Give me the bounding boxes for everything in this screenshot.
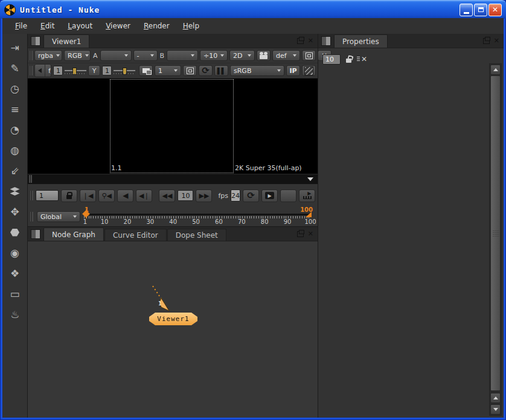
close-panel-icon[interactable]: ✕: [308, 37, 313, 44]
tab-dope-sheet[interactable]: Dope Sheet: [167, 229, 226, 241]
tool-threed-button[interactable]: [2, 222, 27, 243]
row-grip[interactable]: [30, 51, 33, 60]
row-grip[interactable]: [30, 191, 33, 200]
unlock-icon[interactable]: [346, 59, 351, 63]
update-button[interactable]: ⟳: [199, 65, 213, 76]
frame-range-mode-dropdown[interactable]: Global: [37, 211, 80, 222]
tab-properties[interactable]: Properties: [334, 34, 388, 48]
fstop-control[interactable]: f/8: [34, 64, 51, 77]
out-point-marker[interactable]: [306, 212, 312, 217]
flipbook-button[interactable]: [299, 189, 315, 202]
gain-slider[interactable]: [65, 66, 86, 75]
display-window-button[interactable]: [139, 65, 153, 76]
menu-edit[interactable]: Edit: [34, 19, 61, 33]
current-frame-field[interactable]: 1: [36, 190, 59, 201]
roi-button[interactable]: [302, 50, 316, 61]
float-panel-icon[interactable]: [297, 231, 304, 237]
scroll-down-button[interactable]: [490, 404, 501, 415]
fstop-decrement[interactable]: [35, 65, 45, 77]
close-panel-icon[interactable]: ✕: [494, 37, 499, 44]
pane-menu-icon[interactable]: [31, 36, 40, 46]
clip-warning-button[interactable]: [183, 65, 197, 76]
step-back-button[interactable]: ◀❘: [136, 189, 152, 202]
tool-filter-button[interactable]: ◍: [2, 140, 27, 161]
close-panel-icon[interactable]: ✕: [308, 231, 313, 237]
tool-color-button[interactable]: ◔: [2, 119, 27, 140]
node-graph-canvas[interactable]: 1 Viewer1: [28, 241, 318, 418]
render-camera-button[interactable]: [257, 50, 271, 61]
panel-limit-field[interactable]: 10: [322, 54, 341, 65]
frame-increment-field[interactable]: 10: [178, 190, 193, 201]
gain-value-field[interactable]: 1: [53, 66, 63, 75]
row-grip[interactable]: [30, 66, 33, 75]
view-mode-dropdown[interactable]: 2D: [229, 50, 255, 61]
tool-merge-button[interactable]: [2, 181, 27, 202]
b-buffer-dropdown[interactable]: [167, 50, 198, 61]
gamma-toggle-button[interactable]: Y: [88, 65, 100, 76]
menu-help[interactable]: Help: [176, 19, 206, 33]
lock-range-button[interactable]: [61, 189, 77, 202]
downrez-dropdown[interactable]: 1: [155, 65, 181, 76]
gamma-slider[interactable]: [114, 66, 135, 75]
minimize-button[interactable]: [460, 4, 473, 16]
tool-keyer-button[interactable]: ⇙: [2, 161, 27, 181]
pause-button[interactable]: ▌▌: [214, 65, 228, 76]
menu-render[interactable]: Render: [137, 19, 176, 33]
a-buffer-dropdown[interactable]: [100, 50, 132, 61]
gain-slider-handle[interactable]: [72, 68, 77, 75]
viewer-lut-dropdown[interactable]: sRGB: [230, 65, 284, 76]
tool-furnace-button[interactable]: ♨: [2, 304, 27, 325]
pane-menu-icon[interactable]: [321, 36, 331, 46]
float-panel-icon[interactable]: [483, 38, 490, 44]
strip-grip[interactable]: [29, 175, 32, 183]
chevron-down-icon[interactable]: [307, 177, 313, 181]
float-panel-icon[interactable]: [297, 38, 304, 44]
loop-mode-button[interactable]: ⟳: [243, 189, 259, 202]
scroll-up-button-2[interactable]: [490, 393, 501, 403]
tool-transform-button[interactable]: ✥: [2, 202, 27, 222]
scroll-up-button[interactable]: [490, 65, 501, 75]
menu-layout[interactable]: Layout: [61, 19, 99, 33]
blend-mode-dropdown[interactable]: -: [133, 50, 158, 61]
viewer-process-dropdown[interactable]: def: [272, 50, 300, 61]
tool-image-button[interactable]: ⇥: [2, 37, 27, 58]
tool-views-button[interactable]: ◉: [2, 243, 27, 263]
tool-metadata-button[interactable]: ❖: [2, 263, 27, 284]
checkerboard-button[interactable]: [302, 65, 316, 76]
blank-button[interactable]: [280, 189, 296, 202]
tool-channel-button[interactable]: ≡: [2, 99, 27, 119]
scrollbar-thumb[interactable]: [490, 75, 501, 391]
gamma-slider-handle[interactable]: [123, 68, 127, 75]
tab-curve-editor[interactable]: Curve Editor: [104, 229, 167, 241]
tab-viewer1[interactable]: Viewer1: [43, 34, 89, 48]
maximize-button[interactable]: [474, 4, 487, 16]
pane-menu-icon[interactable]: [31, 229, 40, 239]
prev-keyframe-button[interactable]: ⚲◀: [98, 189, 115, 202]
menu-file[interactable]: File: [8, 19, 34, 33]
ruler-track[interactable]: [84, 214, 310, 215]
input-process-button[interactable]: IP: [286, 65, 300, 76]
back-increment-button[interactable]: ◀◀: [159, 189, 175, 202]
viewer-viewport[interactable]: 1.1 2K Super 35(full-ap): [28, 78, 318, 174]
gamma-value-field[interactable]: 1: [102, 66, 112, 75]
close-all-panels-icon[interactable]: ✕: [357, 56, 367, 63]
title-bar[interactable]: Untitled - Nuke ✕: [0, 0, 506, 19]
goto-start-button[interactable]: ❘◀: [80, 189, 96, 202]
tab-node-graph[interactable]: Node Graph: [43, 228, 104, 241]
tool-other-button[interactable]: ▭: [2, 284, 27, 304]
play-forward-button[interactable]: ▶: [261, 189, 278, 202]
timeline-ruler[interactable]: 1102030405060708090100 1 100: [84, 208, 310, 225]
close-button[interactable]: ✕: [488, 4, 502, 16]
row-grip[interactable]: [30, 212, 33, 221]
display-style-dropdown[interactable]: RGB: [64, 50, 91, 61]
gain-preset-dropdown[interactable]: ÷10: [200, 50, 228, 61]
play-backward-button[interactable]: ◀: [117, 189, 133, 202]
tool-draw-button[interactable]: ✎: [2, 58, 27, 78]
frame-slider-strip[interactable]: [28, 174, 318, 184]
fps-field[interactable]: 24: [231, 189, 240, 202]
channels-dropdown[interactable]: rgba: [34, 50, 62, 61]
properties-scrollbar[interactable]: [489, 63, 502, 416]
menu-viewer[interactable]: Viewer: [99, 19, 137, 33]
viewer1-node[interactable]: Viewer1: [149, 313, 197, 325]
forward-increment-button[interactable]: ▶▶: [196, 189, 212, 202]
